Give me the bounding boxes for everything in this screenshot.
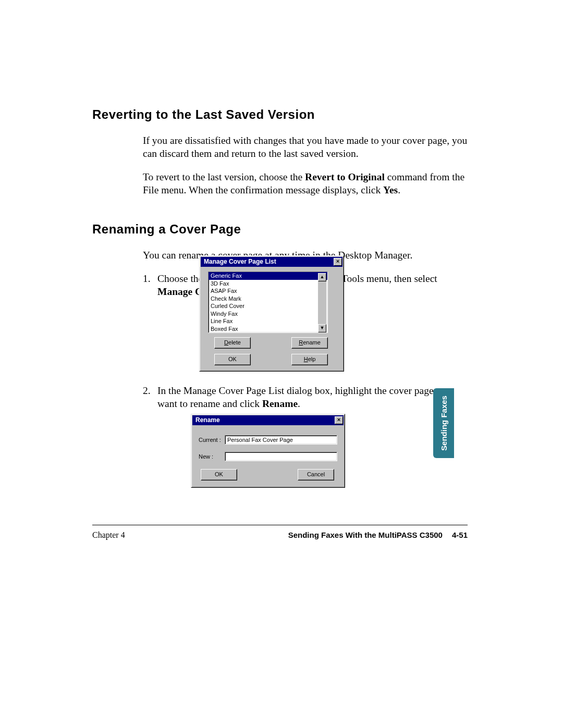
scrollbar[interactable]: ▲ ▼ [318,273,326,332]
cover-page-listbox[interactable]: Generic Fax 3D Fax ASAP Fax Check Mark C… [208,272,328,333]
list-item[interactable]: ASAP Fax [209,287,327,295]
ok-button[interactable]: OK [201,469,237,480]
list-item[interactable]: Boxed Fax [209,325,327,333]
heading-reverting: Reverting to the Last Saved Version [92,107,468,122]
new-name-field[interactable] [225,452,337,461]
ok-button[interactable]: OK [214,354,251,365]
footer-title: Sending Faxes With the MultiPASS C35004-… [288,530,468,540]
manage-cover-page-list-dialog: Manage Cover Page List × Generic Fax 3D … [199,255,344,372]
delete-button[interactable]: Delete [214,337,251,349]
list-item[interactable]: 3D Fax [209,280,327,288]
current-name-field: Personal Fax Cover Page [225,435,337,445]
help-button[interactable]: Help [291,354,328,365]
close-button[interactable]: × [335,416,343,424]
list-item[interactable]: FYI Fax [209,332,327,333]
dialog-titlebar: Rename × [192,415,344,425]
scroll-up-icon[interactable]: ▲ [318,273,326,281]
step-2: 2. In the Manage Cover Page List dialog … [143,385,468,411]
cancel-button[interactable]: Cancel [298,469,334,480]
list-item[interactable]: Generic Fax [209,272,327,280]
close-button[interactable]: × [334,258,342,266]
para-revert-intro: If you are dissatisfied with changes tha… [143,134,468,161]
rename-button[interactable]: Rename [291,337,328,349]
list-item[interactable]: Windy Fax [209,310,327,318]
footer-chapter: Chapter 4 [92,530,125,540]
new-label: New : [199,453,225,460]
dialog-title: Manage Cover Page List [204,257,276,267]
rename-dialog: Rename × Current : Personal Fax Cover Pa… [191,414,345,488]
list-item[interactable]: Check Mark [209,295,327,303]
heading-renaming: Renaming a Cover Page [92,222,468,237]
list-item[interactable]: Line Fax [209,317,327,325]
section-tab-sending-faxes: Sending Faxes [433,388,454,458]
list-item[interactable]: Curled Cover [209,302,327,310]
para-revert-howto: To revert to the last version, choose th… [143,171,468,197]
dialog-titlebar: Manage Cover Page List × [201,257,342,267]
dialog-title: Rename [195,415,220,425]
scroll-down-icon[interactable]: ▼ [318,324,326,332]
current-label: Current : [199,437,225,443]
footer-rule [92,525,468,525]
scroll-track[interactable] [318,281,326,324]
